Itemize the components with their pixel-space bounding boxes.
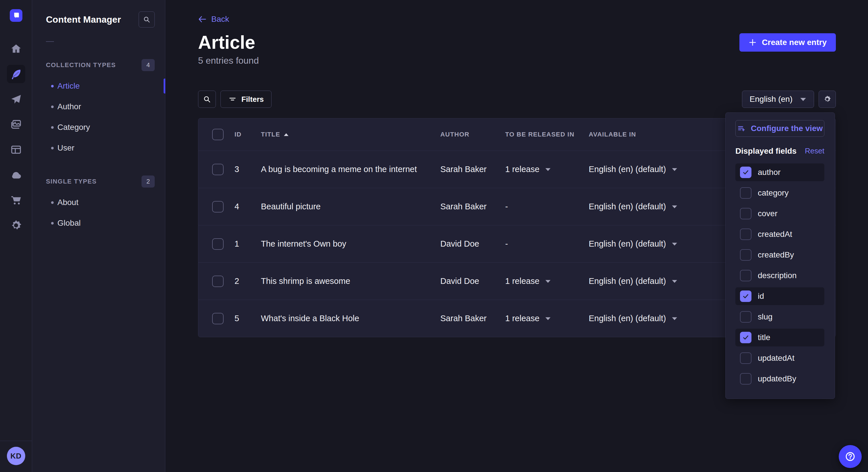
checkbox[interactable] (740, 229, 751, 240)
column-header-released: TO BE RELEASED IN (505, 131, 589, 138)
cell-released[interactable]: 1 release (505, 314, 589, 323)
field-label: cover (758, 209, 777, 218)
marketplace-cart-icon[interactable] (7, 191, 25, 209)
sidebar-item-article[interactable]: Article (32, 76, 165, 96)
checkbox[interactable] (740, 291, 751, 302)
media-library-icon[interactable] (7, 115, 25, 134)
field-toggle-id[interactable]: id (735, 287, 825, 305)
select-all-checkbox[interactable] (212, 129, 224, 140)
sidebar-item-global[interactable]: Global (32, 213, 165, 233)
back-link[interactable]: Back (198, 12, 229, 26)
cell-title: Beautiful picture (261, 202, 440, 211)
action-bar-right: English (en) (742, 91, 836, 108)
bullet-icon (51, 126, 54, 129)
cell-title: The internet's Own boy (261, 239, 440, 248)
checkbox[interactable] (740, 311, 751, 323)
field-label: createdBy (758, 250, 794, 260)
search-entries-button[interactable] (198, 91, 216, 108)
sidebar-item-label: User (57, 143, 74, 153)
rail-nav-list (7, 40, 25, 235)
arrow-left-icon (198, 15, 207, 24)
sidebar-item-author[interactable]: Author (32, 96, 165, 117)
field-label: description (758, 271, 797, 280)
checkbox[interactable] (740, 249, 751, 261)
cell-author: Sarah Baker (440, 165, 505, 174)
cell-id: 4 (235, 202, 261, 211)
user-avatar[interactable]: KD (7, 447, 25, 465)
field-toggle-updatedBy[interactable]: updatedBy (735, 370, 825, 388)
collection-types-list: Article Author Category User (32, 76, 165, 158)
page-header-row: Article Create new entry (198, 31, 836, 54)
main-content: Back Article Create new entry 5 entries … (165, 0, 868, 472)
rail-footer: KD (0, 441, 32, 472)
bullet-icon (51, 201, 54, 204)
checkbox[interactable] (740, 352, 751, 364)
row-checkbox[interactable] (212, 276, 224, 287)
row-checkbox[interactable] (212, 313, 224, 324)
cell-title: This shrimp is awesome (261, 276, 440, 286)
chevron-down-icon (545, 317, 551, 320)
filters-button[interactable]: Filters (220, 91, 272, 108)
field-toggle-title[interactable]: title (735, 329, 825, 346)
subnav-title: Content Manager (46, 10, 121, 29)
configure-the-view-button[interactable]: Configure the view (735, 120, 825, 137)
row-checkbox[interactable] (212, 164, 224, 175)
checkbox[interactable] (740, 208, 751, 220)
locale-value: English (en) (750, 95, 793, 104)
chevron-down-icon (672, 242, 677, 246)
table-action-bar: Filters English (en) (198, 91, 836, 108)
column-header-title[interactable]: TITLE (261, 131, 440, 138)
field-toggle-createdBy[interactable]: createdBy (735, 246, 825, 264)
view-settings-gear-button[interactable] (818, 91, 836, 108)
settings-gear-icon[interactable] (7, 216, 25, 235)
cell-released[interactable]: 1 release (505, 276, 589, 286)
sidebar-item-user[interactable]: User (32, 138, 165, 158)
sidebar-item-label: Author (57, 102, 81, 111)
sidebar-item-label: Article (57, 81, 80, 91)
filters-label: Filters (241, 95, 264, 104)
create-new-entry-button[interactable]: Create new entry (739, 33, 836, 52)
plus-icon (749, 38, 756, 46)
cell-released: - (505, 239, 589, 248)
home-icon[interactable] (7, 40, 25, 58)
field-toggle-author[interactable]: author (735, 164, 825, 181)
displayed-fields-title: Displayed fields (735, 147, 797, 156)
sidebar-item-about[interactable]: About (32, 192, 165, 213)
question-circle-icon (844, 450, 856, 463)
strapi-logo[interactable] (10, 9, 22, 22)
chevron-down-icon (800, 98, 806, 101)
reset-link[interactable]: Reset (805, 146, 825, 156)
row-checkbox[interactable] (212, 238, 224, 250)
single-types-count-badge: 2 (142, 175, 155, 188)
locale-select[interactable]: English (en) (742, 91, 814, 108)
subnav-search-button[interactable] (138, 11, 155, 28)
row-checkbox[interactable] (212, 201, 224, 212)
filter-icon (228, 95, 237, 103)
checkbox[interactable] (740, 187, 751, 199)
field-toggle-category[interactable]: category (735, 184, 825, 202)
field-toggle-slug[interactable]: slug (735, 308, 825, 326)
content-manager-icon[interactable] (7, 65, 25, 83)
main-nav-rail: KD (0, 0, 32, 472)
releases-icon[interactable] (7, 90, 25, 108)
gear-icon (823, 94, 832, 104)
field-toggle-createdAt[interactable]: createdAt (735, 225, 825, 243)
field-label: category (758, 189, 788, 198)
checkbox[interactable] (740, 373, 751, 384)
search-icon (143, 15, 151, 24)
cell-author: Sarah Baker (440, 202, 505, 211)
collection-types-section-header: COLLECTION TYPES 4 (32, 59, 165, 71)
field-toggle-updatedAt[interactable]: updatedAt (735, 349, 825, 367)
checkbox[interactable] (740, 167, 751, 178)
deploy-cloud-icon[interactable] (7, 166, 25, 184)
help-button[interactable] (839, 445, 862, 468)
sidebar-item-category[interactable]: Category (32, 117, 165, 138)
cell-released[interactable]: 1 release (505, 165, 589, 174)
checkbox[interactable] (740, 332, 751, 343)
section-label: COLLECTION TYPES (46, 61, 116, 69)
checkbox[interactable] (740, 270, 751, 281)
field-toggle-description[interactable]: description (735, 267, 825, 284)
field-label: id (758, 292, 764, 301)
field-toggle-cover[interactable]: cover (735, 205, 825, 223)
content-type-builder-icon[interactable] (7, 140, 25, 159)
